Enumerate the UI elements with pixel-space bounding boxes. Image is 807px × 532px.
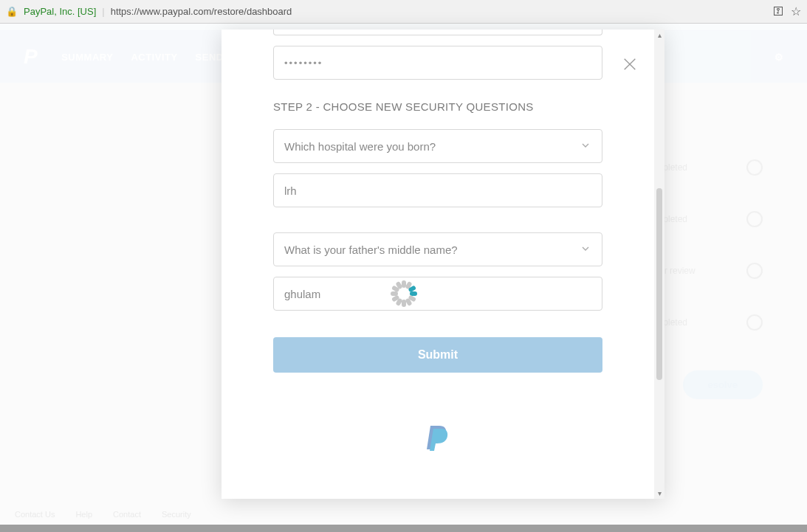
loading-spinner-icon [391, 280, 417, 307]
chevron-down-icon [580, 243, 591, 257]
scroll-up-arrow-icon[interactable]: ▴ [654, 30, 665, 41]
answer-value: ghulam [284, 288, 320, 300]
scrollbar-thumb[interactable] [656, 188, 662, 380]
scroll-down-arrow-icon[interactable]: ▾ [654, 488, 665, 499]
browser-address-bar: 🔒 PayPal, Inc. [US] | https://www.paypal… [0, 0, 807, 24]
security-answer-2-input[interactable]: ghulam [273, 277, 602, 311]
ev-identity: PayPal, Inc. [US] [24, 6, 96, 17]
answer-value: lrh [284, 184, 297, 197]
step-2-heading: STEP 2 - CHOOSE NEW SECURITY QUESTIONS [273, 100, 602, 113]
security-answer-1-input[interactable]: lrh [273, 173, 602, 207]
lock-icon: 🔒 [6, 6, 18, 17]
bookmark-star-icon[interactable]: ☆ [791, 4, 801, 18]
key-icon[interactable]: ⚿ [772, 4, 783, 18]
password-value: •••••••• [284, 58, 323, 69]
separator: | [102, 6, 104, 17]
close-button[interactable] [622, 56, 638, 75]
chevron-down-icon [580, 139, 591, 153]
submit-button[interactable]: Submit [273, 337, 602, 373]
select-value: What is your father's middle name? [284, 243, 458, 256]
password-field[interactable]: •••••••• [273, 46, 602, 80]
security-questions-modal: •••••••• STEP 2 - CHOOSE NEW SECURITY QU… [222, 30, 665, 499]
security-question-1-select[interactable]: Which hospital were you born? [273, 129, 602, 163]
select-value: Which hospital were you born? [284, 140, 436, 153]
security-question-2-select[interactable]: What is your father's middle name? [273, 232, 602, 266]
paypal-logo-icon [426, 424, 450, 454]
prev-field-bottom [273, 30, 602, 35]
url-text[interactable]: https://www.paypal.com/restore/dashboard [111, 6, 766, 17]
modal-scrollbar[interactable]: ▴ ▾ [654, 30, 665, 499]
